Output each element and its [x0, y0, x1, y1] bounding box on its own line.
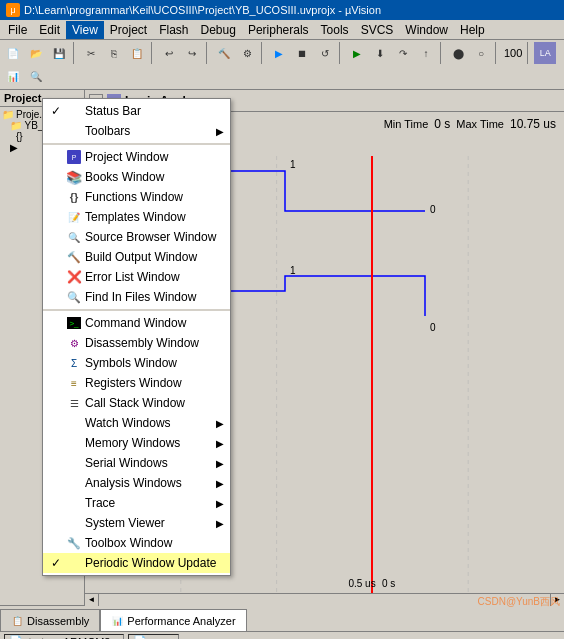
- menu-row-periodic-update[interactable]: ✓ Periodic Window Update: [43, 553, 230, 573]
- menu-peripherals[interactable]: Peripherals: [242, 21, 315, 39]
- logic-analyzer-btn[interactable]: LA: [534, 42, 556, 64]
- rebuild-btn[interactable]: ⚙: [236, 42, 258, 64]
- menu-help[interactable]: Help: [454, 21, 491, 39]
- status-bar: 📄 startup_ARMCM3.c 📄 app.c: [0, 631, 564, 639]
- memory-arrow: ▶: [216, 438, 224, 449]
- menu-row-toolbox-window[interactable]: 🔧 Toolbox Window: [43, 533, 230, 553]
- build-icon-shape: 🔨: [67, 251, 81, 264]
- time-label-2: 0 s: [382, 578, 395, 589]
- toolbars-icon: [65, 123, 83, 139]
- debug-stop-btn[interactable]: ⏹: [291, 42, 313, 64]
- open-btn[interactable]: 📂: [25, 42, 47, 64]
- stepout-btn[interactable]: ↑: [415, 42, 437, 64]
- reg-icon-shape: ≡: [71, 378, 77, 389]
- menu-row-serial-windows[interactable]: Serial Windows ▶: [43, 453, 230, 473]
- func-icon-shape: {}: [70, 191, 79, 203]
- status-file-2: 📄 app.c: [128, 634, 179, 640]
- sep8: [527, 42, 531, 64]
- menu-edit[interactable]: Edit: [33, 21, 66, 39]
- call-stack-label: Call Stack Window: [83, 396, 216, 410]
- paste-btn[interactable]: 📋: [126, 42, 148, 64]
- stepover-btn[interactable]: ↷: [392, 42, 414, 64]
- menu-row-watch-windows[interactable]: Watch Windows ▶: [43, 413, 230, 433]
- menu-row-disassembly-window[interactable]: ⚙ Disassembly Window: [43, 333, 230, 353]
- svg-text:0: 0: [430, 322, 436, 333]
- menu-row-source-browser[interactable]: 🔍 Source Browser Window: [43, 227, 230, 247]
- menu-row-templates-window[interactable]: 📝 Templates Window: [43, 207, 230, 227]
- debug-reset-btn[interactable]: ↺: [314, 42, 336, 64]
- new-file-btn[interactable]: 📄: [2, 42, 24, 64]
- undo-btn[interactable]: ↩: [158, 42, 180, 64]
- menu-row-analysis-windows[interactable]: Analysis Windows ▶: [43, 473, 230, 493]
- run-btn[interactable]: ▶: [346, 42, 368, 64]
- sep7: [495, 42, 499, 64]
- functions-label: Functions Window: [83, 190, 216, 204]
- analysis-label: Analysis Windows: [83, 476, 208, 490]
- sep6: [440, 42, 444, 64]
- redo-btn[interactable]: ↪: [181, 42, 203, 64]
- debug-start-btn[interactable]: ▶: [268, 42, 290, 64]
- scroll-left-btn[interactable]: ◄: [85, 594, 99, 606]
- source-browser-label: Source Browser Window: [83, 230, 216, 244]
- menu-tools[interactable]: Tools: [315, 21, 355, 39]
- menu-row-call-stack[interactable]: ☰ Call Stack Window: [43, 393, 230, 413]
- menu-row-books-window[interactable]: 📚 Books Window: [43, 167, 230, 187]
- functions-icon: {}: [65, 189, 83, 205]
- title-text: D:\Learn\programmar\Keil\UCOSIII\Project…: [24, 4, 381, 16]
- step-btn[interactable]: ⬇: [369, 42, 391, 64]
- menu-row-toolbars[interactable]: Toolbars ▶: [43, 121, 230, 141]
- menu-row-memory-windows[interactable]: Memory Windows ▶: [43, 433, 230, 453]
- counter-display: 100: [502, 47, 524, 59]
- template-icon-shape: 📝: [68, 212, 80, 223]
- menu-row-system-viewer[interactable]: System Viewer ▶: [43, 513, 230, 533]
- save-btn[interactable]: 💾: [48, 42, 70, 64]
- trace-btn[interactable]: 🔍: [25, 65, 47, 87]
- disassembly-label: Disassembly Window: [83, 336, 216, 350]
- menu-row-trace[interactable]: Trace ▶: [43, 493, 230, 513]
- bp-clear-btn[interactable]: ○: [470, 42, 492, 64]
- menu-row-command-window[interactable]: >_ Command Window: [43, 313, 230, 333]
- status-file-1: 📄 startup_ARMCM3.c: [4, 634, 124, 640]
- menu-row-build-output[interactable]: 🔨 Build Output Window: [43, 247, 230, 267]
- red-cursor-line: [371, 156, 373, 593]
- books-label: Books Window: [83, 170, 216, 184]
- sep-1: [43, 143, 230, 145]
- tab-disassembly[interactable]: 📋 Disassembly: [0, 609, 100, 631]
- menu-row-statusbar[interactable]: ✓ Status Bar: [43, 101, 230, 121]
- command-icon: >_: [65, 315, 83, 331]
- sep3: [206, 42, 210, 64]
- sym-icon-shape: Σ: [71, 358, 77, 369]
- time-label-1: 0.5 us: [348, 578, 375, 589]
- symbols-label: Symbols Window: [83, 356, 216, 370]
- analysis-icon: [65, 475, 83, 491]
- menu-svcs[interactable]: SVCS: [355, 21, 400, 39]
- sep4: [261, 42, 265, 64]
- menu-debug[interactable]: Debug: [195, 21, 242, 39]
- title-bar: μ D:\Learn\programmar\Keil\UCOSIII\Proje…: [0, 0, 564, 20]
- menu-row-functions-window[interactable]: {} Functions Window: [43, 187, 230, 207]
- system-viewer-label: System Viewer: [83, 516, 208, 530]
- build-output-label: Build Output Window: [83, 250, 216, 264]
- copy-btn[interactable]: ⎘: [103, 42, 125, 64]
- menu-flash[interactable]: Flash: [153, 21, 194, 39]
- bp-toggle-btn[interactable]: ⬤: [447, 42, 469, 64]
- tab-performance-label: Performance Analyzer: [127, 615, 235, 627]
- tab-performance-analyzer[interactable]: 📊 Performance Analyzer: [100, 609, 246, 631]
- menu-window[interactable]: Window: [399, 21, 454, 39]
- perf-btn[interactable]: 📊: [2, 65, 24, 87]
- build-btn[interactable]: 🔨: [213, 42, 235, 64]
- cut-btn[interactable]: ✂: [80, 42, 102, 64]
- menu-row-registers-window[interactable]: ≡ Registers Window: [43, 373, 230, 393]
- performance-icon: 📊: [111, 615, 123, 627]
- menu-row-symbols-window[interactable]: Σ Symbols Window: [43, 353, 230, 373]
- menu-row-project-window[interactable]: P Project Window: [43, 147, 230, 167]
- menu-file[interactable]: File: [2, 21, 33, 39]
- periodic-icon: [65, 555, 83, 571]
- tab-disassembly-label: Disassembly: [27, 615, 89, 627]
- menu-row-find-files[interactable]: 🔍 Find In Files Window: [43, 287, 230, 307]
- menu-view[interactable]: View: [66, 21, 104, 39]
- templates-label: Templates Window: [83, 210, 216, 224]
- menu-project[interactable]: Project: [104, 21, 153, 39]
- max-time-label: Max Time: [456, 118, 504, 130]
- menu-row-error-list[interactable]: ❌ Error List Window: [43, 267, 230, 287]
